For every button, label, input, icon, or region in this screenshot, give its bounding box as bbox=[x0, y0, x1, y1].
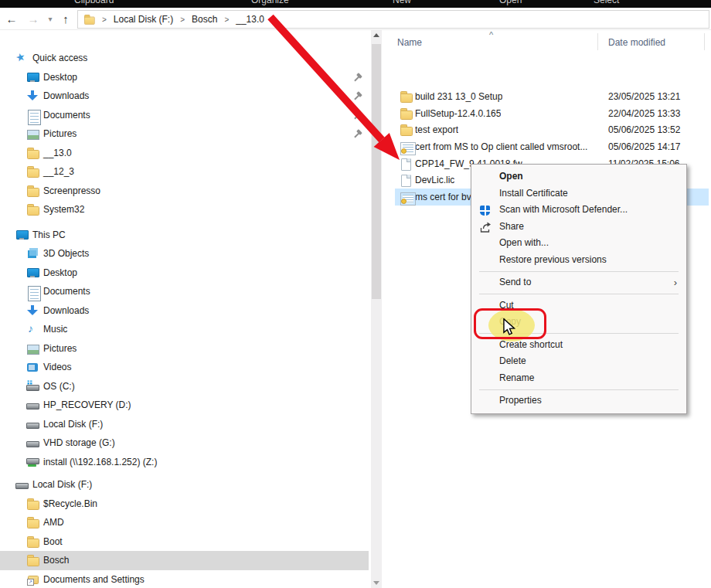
sidebar-item-3d-objects[interactable]: 3D Objects bbox=[0, 244, 369, 263]
folder-icon bbox=[400, 90, 412, 103]
menu-separator bbox=[479, 271, 679, 272]
forward-icon[interactable]: → bbox=[25, 11, 42, 28]
sidebar-item-os-c[interactable]: OS (C:) bbox=[0, 377, 369, 396]
menu-item-scan-with-defender[interactable]: Scan with Microsoft Defender... bbox=[471, 202, 686, 219]
file-row-test-export[interactable]: test export05/06/2025 13:52 bbox=[395, 121, 709, 138]
menu-item-create-shortcut[interactable]: Create shortcut bbox=[471, 337, 686, 354]
sidebar-item-vhd-storage[interactable]: VHD storage (G:) bbox=[0, 433, 369, 453]
drive-icon bbox=[26, 437, 39, 449]
menu-item-copy[interactable]: Copy bbox=[471, 314, 686, 331]
current-folder-icon bbox=[83, 14, 94, 25]
sidebar-item-13-0[interactable]: __13.0 bbox=[0, 144, 369, 163]
sidebar-item-downloads-pc[interactable]: Downloads bbox=[0, 301, 369, 321]
sidebar-item-desktop[interactable]: Desktop bbox=[0, 68, 369, 87]
ribbon-group-organize: Organize bbox=[251, 0, 289, 5]
sort-ascending-icon: ^ bbox=[489, 30, 493, 39]
sidebar-item-12-3[interactable]: __12_3 bbox=[0, 162, 369, 182]
menu-item-restore-previous-versions[interactable]: Restore previous versions bbox=[471, 252, 686, 269]
address-bar: ← → ▾ ↑ > Local Disk (F:) > Bosch > __13… bbox=[0, 8, 711, 30]
cube-icon bbox=[26, 247, 39, 260]
folder-icon bbox=[26, 554, 39, 566]
menu-separator bbox=[479, 294, 679, 294]
menu-separator bbox=[479, 389, 679, 390]
sidebar-item-quick-access[interactable]: Quick access bbox=[0, 49, 369, 68]
sidebar-item-boot[interactable]: Boot bbox=[0, 532, 369, 552]
menu-separator bbox=[479, 333, 679, 334]
drive-icon bbox=[26, 399, 39, 411]
scrollbar-thumb[interactable] bbox=[372, 44, 381, 299]
quick-access-star-icon bbox=[15, 52, 28, 64]
sidebar-item-downloads[interactable]: Downloads bbox=[0, 87, 369, 106]
sidebar-item-bosch[interactable]: Bosch bbox=[0, 551, 369, 570]
pictures-icon bbox=[26, 127, 39, 140]
sidebar-scrollbar[interactable] bbox=[371, 30, 382, 588]
folder-icon bbox=[26, 147, 39, 159]
certificate-icon bbox=[400, 141, 412, 153]
defender-shield-icon bbox=[479, 205, 492, 217]
breadcrumb[interactable]: > Local Disk (F:) > Bosch > __13.0 > bbox=[77, 10, 709, 29]
column-divider[interactable] bbox=[704, 33, 705, 50]
sidebar-item-documents-and-settings[interactable]: Documents and Settings bbox=[0, 570, 369, 588]
sidebar-item-local-disk-f[interactable]: Local Disk (F:) bbox=[0, 415, 369, 434]
pin-icon bbox=[352, 90, 364, 103]
menu-item-properties[interactable]: Properties bbox=[471, 393, 686, 410]
drive-icon bbox=[15, 478, 28, 491]
file-row-fullsetup[interactable]: FullSetup-12.4.0.16522/04/2025 13:33 bbox=[395, 105, 709, 122]
chevron-down-icon[interactable]: ▾ bbox=[42, 11, 59, 28]
sidebar-item-desktop-pc[interactable]: Desktop bbox=[0, 263, 369, 283]
column-divider[interactable] bbox=[597, 33, 598, 50]
scroll-up-icon[interactable] bbox=[373, 33, 379, 37]
sidebar-item-pictures-pc[interactable]: Pictures bbox=[0, 339, 369, 359]
sidebar-item-hp-recovery[interactable]: HP_RECOVERY (D:) bbox=[0, 396, 369, 415]
sidebar-item-system32[interactable]: System32 bbox=[0, 200, 369, 219]
sidebar-item-pictures[interactable]: Pictures bbox=[0, 124, 369, 144]
column-header-name[interactable]: Name bbox=[397, 37, 422, 48]
menu-item-send-to[interactable]: Send to› bbox=[471, 274, 686, 291]
pin-icon bbox=[352, 109, 364, 121]
sidebar-item-documents-pc[interactable]: Documents bbox=[0, 282, 369, 301]
downloads-icon bbox=[26, 304, 39, 317]
os-drive-icon bbox=[26, 380, 39, 393]
breadcrumb-bosch[interactable]: Bosch bbox=[192, 14, 217, 25]
ribbon-group-clipboard: Clipboard bbox=[74, 0, 114, 5]
network-drive-icon bbox=[26, 456, 39, 468]
menu-item-open[interactable]: Open bbox=[471, 168, 686, 185]
folder-icon bbox=[26, 498, 39, 510]
ribbon-bar: Clipboard Organize New Open Select bbox=[0, 0, 711, 8]
sidebar-item-music[interactable]: Music bbox=[0, 320, 369, 339]
crumb-separator: > bbox=[264, 15, 283, 24]
back-icon[interactable]: ← bbox=[3, 11, 20, 28]
pin-icon bbox=[352, 128, 364, 141]
folder-icon bbox=[26, 185, 39, 197]
ribbon-group-new: New bbox=[393, 0, 411, 5]
sidebar-item-local-disk-root[interactable]: Local Disk (F:) bbox=[0, 475, 369, 495]
sidebar-item-amd[interactable]: AMD bbox=[0, 513, 369, 532]
folder-icon bbox=[26, 203, 39, 216]
sidebar-item-recycle-bin[interactable]: $Recycle.Bin bbox=[0, 495, 369, 514]
menu-item-delete[interactable]: Delete bbox=[471, 353, 686, 370]
breadcrumb-13-0[interactable]: __13.0 bbox=[236, 14, 264, 25]
file-row-build-setup[interactable]: build 231 13_0 Setup23/05/2025 13:21 bbox=[395, 88, 709, 105]
sidebar-item-documents[interactable]: Documents bbox=[0, 106, 369, 125]
computer-icon bbox=[15, 229, 28, 241]
sidebar-item-videos[interactable]: Videos bbox=[0, 358, 369, 377]
sidebar-item-this-pc[interactable]: This PC bbox=[0, 226, 369, 245]
file-row-cert-from-ms[interactable]: cert from MS to Op client called vmsroot… bbox=[395, 138, 709, 155]
menu-item-install-certificate[interactable]: Install Certificate bbox=[471, 185, 686, 202]
column-header-date-modified[interactable]: Date modified bbox=[608, 37, 665, 48]
folder-icon bbox=[26, 165, 39, 178]
menu-item-open-with[interactable]: Open with... bbox=[471, 235, 686, 252]
folder-icon bbox=[26, 516, 39, 529]
menu-item-share[interactable]: Share bbox=[471, 219, 686, 236]
breadcrumb-drive[interactable]: Local Disk (F:) bbox=[114, 14, 173, 25]
sidebar-item-install-z[interactable]: install (\\192.168.1.252) (Z:) bbox=[0, 453, 369, 472]
folder-icon bbox=[400, 107, 412, 120]
scroll-down-icon[interactable] bbox=[373, 581, 379, 585]
menu-item-rename[interactable]: Rename bbox=[471, 370, 686, 387]
desktop-icon bbox=[26, 71, 39, 83]
up-icon[interactable]: ↑ bbox=[57, 11, 74, 28]
folder-icon bbox=[400, 124, 412, 136]
pictures-icon bbox=[26, 342, 39, 355]
sidebar-item-screenpresso[interactable]: Screenpresso bbox=[0, 182, 369, 201]
menu-item-cut[interactable]: Cut bbox=[471, 297, 686, 314]
